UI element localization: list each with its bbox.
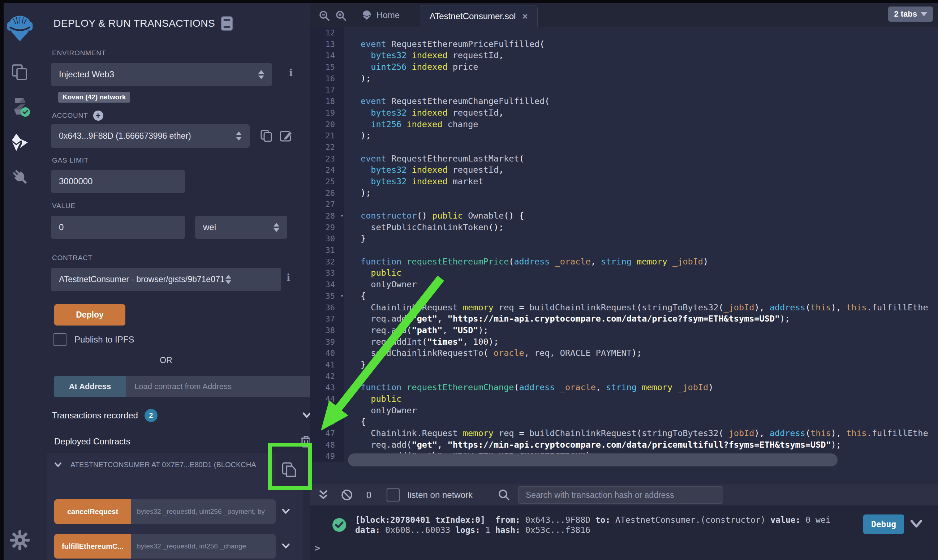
select-arrows-icon [226, 275, 231, 284]
gas-limit-label: GAS LIMIT [52, 157, 89, 165]
environment-info-icon[interactable]: i [289, 67, 293, 78]
value-label: VALUE [52, 202, 75, 210]
tab-file-label: ATestnetConsumer.sol [430, 11, 516, 21]
plugin-manager-icon[interactable] [4, 167, 36, 188]
chevron-down-icon [921, 12, 927, 16]
fulfill-ethereum-change-button[interactable]: fulfillEthereumC... [54, 534, 131, 558]
contract-select[interactable]: ATestnetConsumer - browser/gists/9b71e07… [51, 268, 281, 291]
code-line: 27 [310, 199, 938, 210]
doc-icon [221, 16, 233, 31]
terminal-log-lines[interactable]: [block:20780401 txIndex:0] from: 0x643..… [355, 515, 831, 535]
code-line: 37 req.add("get", "https://min-api.crypt… [310, 313, 938, 325]
chevron-down-icon[interactable] [281, 543, 291, 550]
cancel-request-params-input[interactable]: bytes32 _requestId, uint256 _payment, by [131, 499, 276, 524]
debug-button[interactable]: Debug [863, 514, 904, 534]
file-explorer-icon[interactable] [4, 63, 36, 82]
pending-tx-count: 0 [366, 490, 371, 500]
code-line: 20 int256 indexed change [310, 119, 938, 131]
deploy-button[interactable]: Deploy [54, 304, 125, 326]
settings-gear-icon[interactable] [4, 530, 36, 551]
select-arrows-icon [236, 132, 242, 140]
editor-tab-bar: Home ATestnetConsumer.sol × 2 tabs [310, 3, 938, 27]
deployed-contracts-row: Deployed Contracts [54, 434, 312, 449]
add-account-icon[interactable]: + [93, 111, 103, 121]
code-line: 21); [310, 130, 938, 142]
at-address-button[interactable]: At Address [54, 376, 126, 397]
code-editor: Home ATestnetConsumer.sol × 2 tabs 1213e… [310, 3, 938, 485]
zoom-out-icon[interactable] [319, 10, 330, 22]
environment-value: Injected Web3 [59, 69, 114, 80]
tabs-count-label: 2 tabs [894, 9, 917, 19]
code-lines[interactable]: 1213event RequestEthereumPriceFulfilled(… [310, 27, 938, 475]
code-line: 30} [310, 233, 938, 245]
code-line: 32function requestEthereumPrice(address … [310, 256, 938, 268]
code-line: 26); [310, 188, 938, 199]
publish-ipfs-label: Publish to IPFS [74, 335, 134, 345]
code-line: 29 setPublicChainlinkToken(); [310, 222, 938, 233]
deployed-contracts-label: Deployed Contracts [54, 437, 131, 446]
tabs-count-button[interactable]: 2 tabs [888, 6, 933, 22]
at-address-row: At Address Load contract from Address [54, 376, 323, 397]
deploy-and-run-icon[interactable] [4, 132, 36, 152]
deploy-run-panel: DEPLOY & RUN TRANSACTIONS ENVIRONMENT In… [36, 3, 311, 560]
panel-title: DEPLOY & RUN TRANSACTIONS [54, 18, 215, 29]
clear-console-icon[interactable] [340, 488, 354, 502]
select-arrows-icon [258, 70, 264, 79]
listen-network-checkbox[interactable] [387, 488, 400, 502]
code-line: 33 public [310, 267, 938, 279]
code-line: 35▾{ [310, 291, 938, 302]
edit-account-icon[interactable] [279, 129, 294, 143]
zoom-in-icon[interactable] [335, 10, 347, 22]
terminal-prompt[interactable]: > [314, 542, 320, 554]
gas-limit-input[interactable]: 3000000 [51, 170, 185, 193]
value-unit-select[interactable]: wei [195, 216, 287, 239]
publish-ipfs-row: Publish to IPFS [54, 333, 134, 346]
code-line: 41} [310, 359, 938, 371]
deployed-instance-header[interactable]: ATESTNETCONSUMER AT 0X7E7...E80D1 (BLOCK… [54, 461, 256, 469]
code-line: 42 [310, 371, 938, 382]
or-divider: OR [51, 355, 281, 365]
code-line: 39 req.addInt("times", 100); [310, 336, 938, 348]
transactions-recorded-row[interactable]: Transactions recorded 2 [52, 408, 312, 423]
close-tab-icon[interactable]: × [522, 11, 527, 22]
code-line: 23event RequestEthereumLastMarket( [310, 153, 938, 165]
function-row: fulfillEthereumC... bytes32 _requestId, … [54, 534, 291, 558]
function-row: cancelRequest bytes32 _requestId, uint25… [54, 499, 291, 524]
chevron-down-icon[interactable] [54, 462, 63, 468]
code-line: 25 bytes32 indexed market [310, 176, 938, 188]
code-line: 15 uint256 indexed price [310, 62, 938, 73]
expand-log-chevron-icon[interactable] [910, 519, 923, 529]
contract-value: ATestnetConsumer - browser/gists/9b71e07… [59, 275, 225, 284]
horizontal-scrollbar[interactable] [348, 454, 838, 466]
cancel-request-button[interactable]: cancelRequest [54, 499, 131, 524]
contract-info-icon[interactable]: i [286, 272, 290, 283]
panel-title-row: DEPLOY & RUN TRANSACTIONS [54, 16, 233, 31]
code-line: 16); [310, 73, 938, 85]
copy-account-icon[interactable] [260, 129, 274, 143]
collapse-terminal-icon[interactable] [318, 489, 329, 501]
terminal-log-line: data: 0x608...60033 logs: 1 hash: 0x53c.… [355, 525, 831, 535]
search-icon [498, 489, 510, 501]
select-arrows-icon [274, 223, 279, 232]
remix-logo-icon [361, 10, 372, 21]
code-line: 34 onlyOwner [310, 279, 938, 291]
environment-select[interactable]: Injected Web3 [51, 63, 272, 86]
listen-network-label: listen on network [407, 490, 473, 500]
terminal-search-input[interactable]: Search with transaction hash or address [518, 486, 723, 504]
code-line: 13event RequestEthereumPriceFulfilled( [310, 38, 938, 50]
tab-active-file[interactable]: ATestnetConsumer.sol × [420, 5, 538, 27]
code-line: 22 [310, 142, 938, 153]
account-select[interactable]: 0x643...9F88D (1.666673996 ether) [51, 124, 250, 148]
code-line: 14 bytes32 indexed requestId, [310, 50, 938, 62]
code-line: 19 bytes32 indexed requestId, [310, 107, 938, 119]
tab-home[interactable]: Home [351, 3, 410, 27]
publish-ipfs-checkbox[interactable] [54, 333, 66, 346]
fulfill-ethereum-change-params-input[interactable]: bytes32 _requestId, int256 _change [131, 534, 276, 558]
chevron-down-icon[interactable] [281, 508, 291, 515]
at-address-input[interactable]: Load contract from Address [126, 376, 323, 397]
terminal-toolbar: 0 listen on network Search with transact… [310, 485, 938, 505]
value-input[interactable]: 0 [51, 216, 185, 239]
copy-contract-tile[interactable] [275, 453, 303, 487]
copy-contract-icon[interactable] [281, 462, 297, 479]
solidity-compiler-icon[interactable] [4, 95, 36, 117]
